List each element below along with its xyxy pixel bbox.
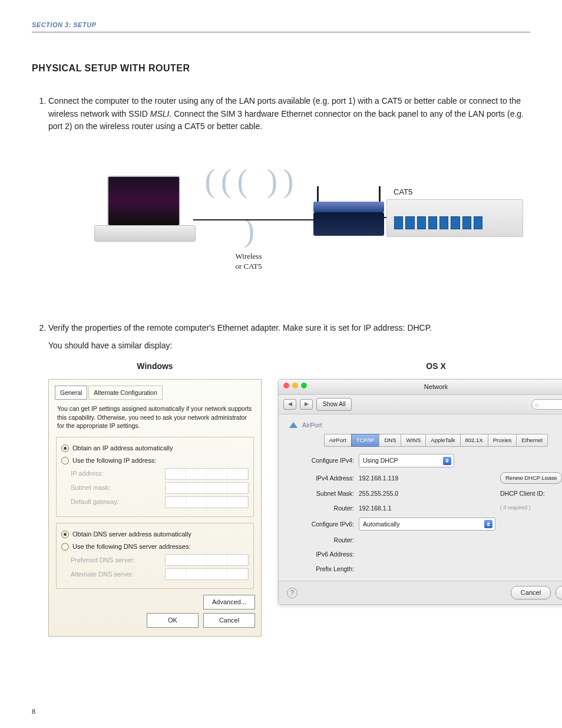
ip-fieldset: Obtain an IP address automatically Use t… (56, 437, 254, 517)
minimize-icon[interactable] (292, 383, 298, 388)
tab-8021x[interactable]: 802.1X (460, 434, 488, 447)
osx-ok-button[interactable]: OK (556, 586, 562, 599)
cable-line-1 (193, 219, 317, 220)
label-prefix-length: Prefix Length: (289, 564, 354, 574)
hint-if-required: ( If required ) (500, 504, 531, 512)
value-configure-ipv6: Automatically (363, 519, 399, 529)
label-ipv4-address: IPv4 Address: (289, 473, 354, 483)
step-2: Verify the properties of the remote comp… (48, 322, 530, 637)
chevron-updown-icon (443, 457, 451, 465)
laptop-icon (94, 176, 194, 246)
dns-fieldset: Obtain DNS server address automatically … (56, 523, 254, 589)
input-subnet[interactable] (165, 482, 249, 494)
input-gateway[interactable] (165, 496, 249, 508)
label-configure-ipv6: Configure IPv6: (289, 519, 354, 529)
value-router: 192.168.1.1 (359, 503, 495, 513)
radio-use-ip[interactable] (61, 457, 69, 465)
input-ip-address[interactable] (165, 468, 249, 480)
cat5-label: CAT5 (394, 186, 412, 198)
label-obtain-dns: Obtain DNS server address automatically (72, 529, 191, 539)
radio-obtain-ip[interactable] (61, 444, 69, 452)
page-number: 8 (32, 708, 35, 715)
label-router: Router: (289, 503, 354, 513)
select-configure-ipv4[interactable]: Using DHCP (359, 454, 454, 467)
step-2-text: Verify the properties of the remote comp… (48, 323, 432, 332)
label-obtain-ip: Obtain an IP address automatically (72, 443, 173, 453)
zoom-icon[interactable] (301, 383, 307, 388)
router-icon (313, 198, 384, 245)
value-subnet-mask: 255.255.255.0 (359, 489, 495, 498)
wifi-icon (289, 422, 297, 428)
step-2-subtext: You should have a similar display: (48, 340, 530, 353)
tab-appletalk[interactable]: AppleTalk (425, 434, 459, 447)
wireless-icon: ( ( ( ) ) ) Wireless or CAT5 (201, 157, 296, 272)
label-ip-address: IP address: (71, 469, 165, 479)
input-pref-dns[interactable] (165, 554, 249, 566)
osx-dialog: Network ◀ ▶ Show All ⌕ AirPort AirPortTC… (278, 379, 562, 605)
ok-button[interactable]: OK (147, 613, 199, 628)
input-alt-dns[interactable] (165, 568, 249, 580)
wireless-label-2: or CAT5 (235, 262, 262, 271)
tab-alternate-config[interactable]: Alternate Configuration (88, 386, 162, 400)
search-icon: ⌕ (535, 400, 539, 409)
value-configure-ipv4: Using DHCP (363, 456, 398, 465)
label-configure-ipv4: Configure IPv4: (289, 456, 354, 465)
forward-button[interactable]: ▶ (300, 399, 313, 410)
windows-dialog: General Alternate Configuration You can … (48, 379, 262, 637)
section-header: SECTION 3: SETUP (32, 21, 530, 32)
step-1: Connect the computer to the router using… (48, 95, 530, 281)
airport-label: AirPort (302, 420, 322, 430)
search-input[interactable]: ⌕ (531, 399, 562, 410)
osx-heading: OS X (278, 360, 562, 373)
label-use-ip: Use the following IP address: (72, 456, 156, 466)
value-ipv4-address: 192.168.1.119 (359, 473, 495, 483)
radio-use-dns[interactable] (61, 543, 69, 551)
label-use-dns: Use the following DNS server addresses: (72, 542, 191, 552)
osx-title: Network (424, 383, 448, 390)
tab-airport[interactable]: AirPort (324, 434, 351, 447)
tab-wins[interactable]: WINS (401, 434, 425, 447)
label-dhcp-client-id: DHCP Client ID: (500, 489, 562, 498)
tab-proxies[interactable]: Proxies (488, 434, 517, 447)
tab-tcpip[interactable]: TCP/IP (351, 434, 379, 447)
label-alt-dns: Alternate DNS server: (71, 569, 165, 579)
close-icon[interactable] (283, 383, 289, 388)
label-pref-dns: Preferred DNS server: (71, 555, 165, 565)
wireless-label-1: Wireless (236, 252, 262, 261)
help-icon[interactable]: ? (287, 588, 297, 598)
select-configure-ipv6[interactable]: Automatically (359, 518, 495, 531)
show-all-button[interactable]: Show All (316, 398, 352, 411)
renew-dhcp-button[interactable]: Renew DHCP Lease (500, 472, 562, 485)
windows-intro-text: You can get IP settings assigned automat… (57, 404, 253, 430)
osx-tabbar: AirPortTCP/IPDNSWINSAppleTalk802.1XProxi… (289, 434, 562, 447)
cancel-button[interactable]: Cancel (203, 613, 255, 628)
chevron-updown-icon (484, 520, 492, 528)
osx-cancel-button[interactable]: Cancel (511, 586, 551, 599)
windows-heading: Windows (48, 360, 262, 373)
page-title: PHYSICAL SETUP WITH ROUTER (32, 63, 530, 74)
label-subnet-mask: Subnet Mask: (289, 489, 354, 498)
radio-obtain-dns[interactable] (61, 531, 69, 538)
osx-titlebar: Network (279, 380, 562, 395)
label-ipv6-address: IPv6 Address: (289, 549, 354, 559)
sim3-device-icon (386, 199, 523, 237)
tab-ethernet[interactable]: Ethernet (516, 434, 548, 447)
setup-diagram: ( ( ( ) ) ) Wireless or CAT5 CAT5 (48, 151, 530, 281)
tab-general[interactable]: General (55, 386, 87, 400)
tab-dns[interactable]: DNS (379, 434, 401, 447)
back-button[interactable]: ◀ (283, 399, 296, 410)
label-gateway: Default gateway: (71, 497, 165, 507)
label-router-ipv6: Router: (289, 535, 354, 545)
ssid-name: MSLI. (150, 109, 172, 118)
advanced-button[interactable]: Advanced... (203, 595, 255, 610)
label-subnet: Subnet mask: (71, 483, 165, 493)
